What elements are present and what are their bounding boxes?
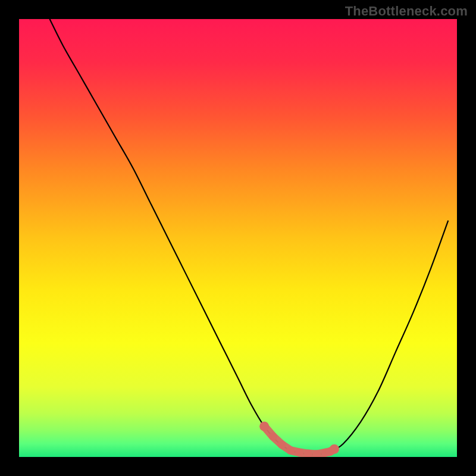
optimal-marker-dot [269, 433, 277, 441]
optimal-marker-dot [278, 440, 286, 449]
chart-frame: TheBottleneck.com [0, 0, 476, 476]
optimal-marker-dot [259, 421, 269, 431]
optimal-marker-dot [330, 444, 339, 454]
optimal-marker-dot [304, 450, 312, 458]
attribution-text: TheBottleneck.com [345, 4, 468, 19]
optimal-marker-dot [295, 448, 303, 456]
optimal-marker-dot [286, 446, 295, 455]
optimal-marker-dot [312, 450, 321, 459]
bottleneck-chart [0, 0, 476, 476]
